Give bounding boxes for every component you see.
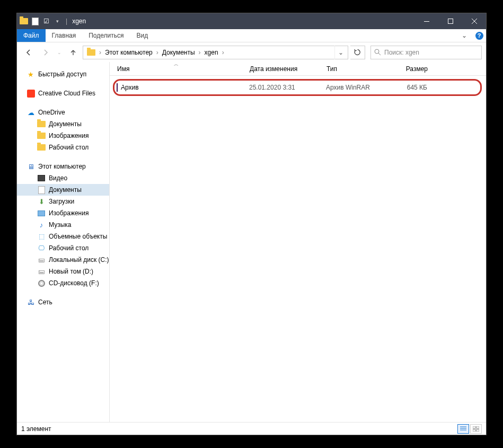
- details-view-button[interactable]: [457, 424, 469, 434]
- cd-icon: [37, 279, 46, 287]
- sidebar-item-creative-cloud[interactable]: Creative Cloud Files: [17, 87, 109, 99]
- thumbnails-view-button[interactable]: [470, 424, 482, 434]
- search-input[interactable]: Поиск: xgen: [370, 46, 482, 59]
- network-icon: 🖧: [27, 298, 35, 306]
- folder-icon: [20, 17, 28, 25]
- sidebar-item-label: Документы: [49, 186, 82, 194]
- sidebar-item-label: Сеть: [38, 298, 52, 306]
- sort-indicator-icon: ︿: [110, 62, 242, 68]
- up-button[interactable]: [66, 45, 81, 60]
- sidebar-item-cd-drive[interactable]: CD-дисковод (F:): [17, 277, 109, 289]
- file-list-pane[interactable]: Имя Дата изменения Тип Размер ︿ Архив 25…: [110, 62, 486, 422]
- ribbon-tab-file[interactable]: Файл: [17, 29, 46, 42]
- help-button[interactable]: ?: [472, 29, 486, 42]
- pc-icon: 🖥: [27, 162, 35, 171]
- column-header-size[interactable]: Размер: [387, 65, 428, 73]
- cloud-icon: ☁: [27, 108, 35, 117]
- refresh-button[interactable]: [350, 46, 365, 59]
- sidebar-item-od-desktop[interactable]: Рабочий стол: [17, 142, 109, 153]
- new-folder-icon[interactable]: ☑: [42, 17, 50, 25]
- document-icon: [37, 186, 46, 194]
- sidebar-item-this-pc[interactable]: 🖥Этот компьютер: [17, 161, 109, 172]
- sidebar-item-label: Музыка: [49, 221, 71, 229]
- sidebar-item-disk-d[interactable]: 🖴Новый том (D:): [17, 266, 109, 277]
- svg-rect-1: [448, 19, 453, 24]
- column-header-type[interactable]: Тип: [326, 65, 387, 73]
- svg-line-5: [378, 53, 381, 55]
- sidebar-item-disk-c[interactable]: 🖴Локальный диск (C:): [17, 254, 109, 266]
- sidebar-item-3d-objects[interactable]: ⬚Объемные объекты: [17, 231, 109, 242]
- view-toggle: [457, 424, 482, 434]
- chevron-right-icon[interactable]: ›: [98, 49, 103, 56]
- explorer-window: ☑ ▾ | xgen Файл Главная Поделиться Вид ⌄…: [17, 13, 486, 435]
- chevron-right-icon[interactable]: ›: [197, 49, 202, 56]
- folder-icon: [37, 120, 46, 128]
- svg-rect-0: [424, 21, 429, 22]
- qat-dropdown-icon[interactable]: ▾: [53, 17, 61, 25]
- file-type: Архив WinRAR: [326, 84, 387, 91]
- breadcrumb-box[interactable]: › Этот компьютер › Документы › xgen › ⌄: [83, 46, 348, 59]
- star-icon: ★: [27, 70, 35, 78]
- rar-icon: [117, 84, 118, 91]
- ribbon-expand-icon[interactable]: ⌄: [456, 29, 472, 42]
- sidebar-item-label: Документы: [49, 120, 82, 128]
- minimize-button[interactable]: [414, 13, 438, 29]
- sidebar-item-label: Быстрый доступ: [38, 71, 86, 78]
- back-button[interactable]: [21, 45, 36, 60]
- sidebar-item-label: CD-дисковод (F:): [49, 279, 99, 287]
- sidebar-item-od-documents[interactable]: Документы: [17, 118, 109, 130]
- navigation-pane[interactable]: ★Быстрый доступ Creative Cloud Files ☁On…: [17, 62, 110, 422]
- highlighted-file-annotation: Архив 25.01.2020 3:31 Архив WinRAR 645 К…: [113, 79, 482, 96]
- disk-icon: 🖴: [37, 256, 46, 264]
- status-bar: 1 элемент: [17, 422, 486, 435]
- ribbon-tab-home[interactable]: Главная: [46, 29, 83, 42]
- forward-button[interactable]: [38, 45, 53, 60]
- folder-icon: [37, 143, 46, 152]
- sidebar-item-onedrive[interactable]: ☁OneDrive: [17, 107, 109, 118]
- file-name: Архив: [121, 84, 139, 91]
- sidebar-item-quick-access[interactable]: ★Быстрый доступ: [17, 68, 109, 80]
- quick-access-toolbar: ☑ ▾ |: [20, 17, 69, 25]
- sidebar-item-pictures[interactable]: Изображения: [17, 207, 109, 219]
- breadcrumb-xgen[interactable]: xgen: [202, 46, 220, 59]
- sidebar-item-network[interactable]: 🖧Сеть: [17, 296, 109, 308]
- search-icon: [374, 49, 381, 56]
- folder-icon: [85, 46, 98, 59]
- sidebar-item-label: Локальный диск (C:): [49, 256, 109, 263]
- recent-dropdown[interactable]: ⌄: [55, 45, 64, 60]
- disk-icon: 🖴: [37, 267, 46, 276]
- breadcrumb-documents[interactable]: Документы: [160, 46, 197, 59]
- ribbon-tab-view[interactable]: Вид: [130, 29, 154, 42]
- download-icon: ⬇: [37, 197, 46, 206]
- breadcrumb-pc[interactable]: Этот компьютер: [103, 46, 155, 59]
- close-button[interactable]: [462, 13, 486, 29]
- ribbon: Файл Главная Поделиться Вид ⌄ ?: [17, 29, 486, 42]
- sidebar-item-label: Рабочий стол: [49, 244, 89, 252]
- sidebar-item-music[interactable]: ♪Музыка: [17, 219, 109, 231]
- folder-icon: [37, 131, 46, 140]
- sidebar-item-label: Изображения: [49, 209, 89, 217]
- sidebar-item-desktop[interactable]: 🖵Рабочий стол: [17, 242, 109, 254]
- column-header-date[interactable]: Дата изменения: [250, 65, 326, 73]
- svg-rect-12: [476, 429, 479, 432]
- sidebar-item-downloads[interactable]: ⬇Загрузки: [17, 196, 109, 207]
- sidebar-item-videos[interactable]: Видео: [17, 172, 109, 184]
- maximize-button[interactable]: [438, 13, 462, 29]
- chevron-right-icon[interactable]: ›: [155, 49, 160, 56]
- sidebar-item-label: Изображения: [49, 132, 89, 139]
- sidebar-item-label: Этот компьютер: [38, 163, 86, 170]
- sidebar-item-documents[interactable]: Документы: [17, 184, 109, 196]
- file-row[interactable]: Архив 25.01.2020 3:31 Архив WinRAR 645 К…: [117, 82, 478, 93]
- cc-icon: [27, 89, 35, 98]
- chevron-right-icon[interactable]: ›: [220, 49, 226, 56]
- sidebar-item-label: Загрузки: [49, 198, 74, 205]
- status-item-count: 1 элемент: [21, 425, 51, 433]
- title-bar[interactable]: ☑ ▾ | xgen: [17, 13, 486, 29]
- window-title: xgen: [72, 17, 86, 25]
- address-bar: ⌄ › Этот компьютер › Документы › xgen › …: [17, 42, 486, 62]
- sidebar-item-od-images[interactable]: Изображения: [17, 130, 109, 142]
- properties-icon[interactable]: [31, 17, 39, 25]
- sidebar-item-label: OneDrive: [38, 109, 65, 116]
- address-dropdown-icon[interactable]: ⌄: [334, 46, 346, 59]
- ribbon-tab-share[interactable]: Поделиться: [82, 29, 130, 42]
